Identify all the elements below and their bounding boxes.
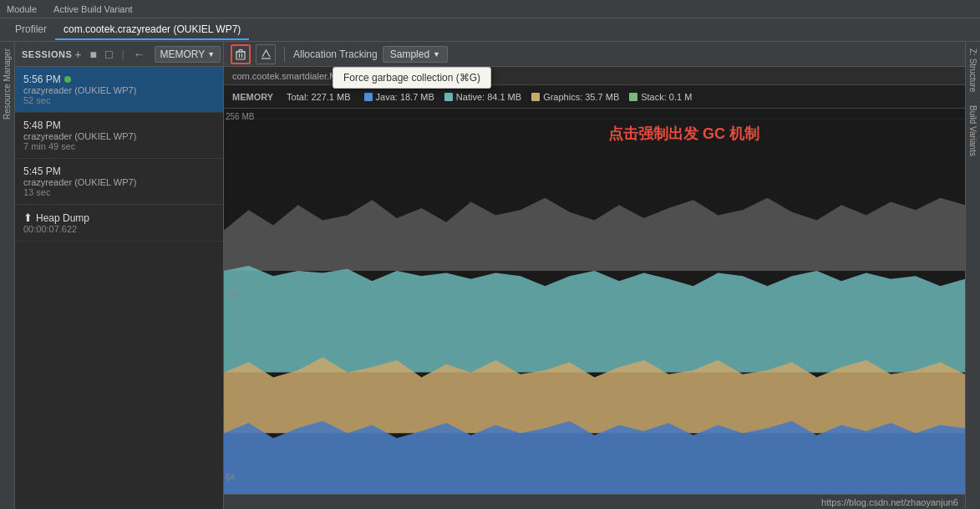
tab-bar: Profiler com.cootek.crazyreader (OUKIEL … — [0, 18, 980, 42]
memory-dropdown-label: MEMORY — [160, 48, 206, 60]
memory-chart-title: MEMORY — [232, 92, 273, 102]
session-duration-0: 52 sec — [23, 95, 215, 105]
allocation-tracking-label: Allocation Tracking — [293, 48, 378, 60]
y-label-256: 256 MB — [226, 112, 254, 121]
left-side-tabs: Resource Manager — [0, 42, 15, 509]
legend-native-dot — [444, 93, 453, 101]
heap-dump-time: 00:00:07.622 — [23, 224, 215, 234]
sessions-header: SESSIONS + ■ □ | ← MEMORY ▼ — [15, 42, 223, 67]
module-label: Module — [7, 4, 37, 14]
session-duration-1: 7 min 49 sec — [23, 141, 215, 151]
session-active-dot — [64, 76, 71, 83]
top-bar: Module Active Build Variant — [0, 0, 980, 18]
legend-stack-dot — [629, 93, 637, 101]
legend-java-dot — [364, 93, 373, 101]
right-side-tabs: Z: Structure Build Variants — [965, 42, 980, 509]
legend-native: Native: 84.1 MB — [444, 92, 521, 102]
annotation-chinese: 点击强制出发 GC 机制 — [608, 124, 759, 144]
memory-total: Total: 227.1 MB — [287, 92, 350, 102]
memory-toolbar: Allocation Tracking Sampled ▼ — [224, 42, 965, 67]
session-name-0: crazyreader (OUKIEL WP7) — [23, 85, 215, 95]
legend-graphics-dot — [531, 93, 540, 101]
heap-dump-label: ⬆ Heap Dump — [23, 211, 215, 224]
session-item-1[interactable]: 5:48 PM crazyreader (OUKIEL WP7) 7 min 4… — [15, 113, 223, 159]
sessions-actions: + ■ □ | ← MEMORY ▼ — [72, 46, 221, 63]
heap-dump-item[interactable]: ⬆ Heap Dump 00:00:07.622 — [15, 205, 223, 242]
session-time-1: 5:48 PM — [23, 120, 215, 131]
heap-dump-icon: ⬆ — [23, 211, 33, 224]
bottom-url: https://blog.csdn.net/zhaoyanjun6 — [821, 497, 958, 507]
main-layout: Resource Manager SESSIONS + ■ □ | ← MEMO… — [0, 42, 980, 509]
legend-java: Java: 18.7 MB — [364, 92, 434, 102]
legend-graphics-label: Graphics: 35.7 MB — [543, 92, 619, 102]
build-variants-tab[interactable]: Build Variants — [967, 99, 979, 163]
tab-profiler[interactable]: Profiler — [7, 20, 55, 40]
y-label-128: 128 — [226, 290, 240, 299]
variant-label: Active Build Variant — [53, 4, 133, 14]
memory-chart-area: 256 MB 128 64 — [224, 109, 965, 494]
bottom-bar: https://blog.csdn.net/zhaoyanjun6 — [224, 494, 965, 509]
memory-header: MEMORY Total: 227.1 MB Java: 18.7 MB Nat… — [224, 85, 965, 109]
back-button[interactable]: ← — [131, 47, 148, 62]
tab-active-session[interactable]: com.cootek.crazyreader (OUKIEL WP7) — [55, 20, 249, 40]
y-label-64: 64 — [226, 473, 235, 482]
memory-chart-svg — [224, 109, 965, 494]
sampled-label: Sampled — [390, 48, 429, 60]
sampled-dropdown[interactable]: Sampled ▼ — [383, 46, 448, 63]
tooltip-text: Force garbage collection (⌘G) — [343, 72, 480, 84]
memory-dropdown[interactable]: MEMORY ▼ — [155, 46, 221, 63]
session-item-0[interactable]: 5:56 PM crazyreader (OUKIEL WP7) 52 sec — [15, 67, 223, 113]
sessions-title: SESSIONS — [22, 49, 72, 59]
memory-legend: Java: 18.7 MB Native: 84.1 MB Graphics: … — [364, 92, 693, 102]
session-duration-2: 13 sec — [23, 187, 215, 197]
legend-java-label: Java: 18.7 MB — [376, 92, 434, 102]
gc-button[interactable] — [231, 44, 251, 64]
session-time-0: 5:56 PM — [23, 74, 215, 85]
svg-rect-0 — [236, 52, 245, 59]
resource-manager-tab[interactable]: Resource Manager — [1, 42, 13, 126]
sampled-arrow: ▼ — [433, 50, 440, 59]
legend-stack-label: Stack: 0.1 M — [641, 92, 692, 102]
legend-graphics: Graphics: 35.7 MB — [531, 92, 619, 102]
content-area: Allocation Tracking Sampled ▼ Force garb… — [224, 42, 965, 509]
stop-session-button[interactable]: ■ — [87, 47, 99, 62]
toolbar-separator — [284, 47, 285, 62]
session-time-2: 5:45 PM — [23, 165, 215, 177]
memory-dropdown-arrow: ▼ — [207, 50, 215, 59]
add-session-button[interactable]: + — [72, 47, 84, 62]
export-button[interactable] — [256, 44, 276, 64]
session-item-2[interactable]: 5:45 PM crazyreader (OUKIEL WP7) 13 sec — [15, 159, 223, 205]
session-name-1: crazyreader (OUKIEL WP7) — [23, 131, 215, 141]
heap-dump-title: Heap Dump — [36, 212, 89, 224]
structure-tab[interactable]: Z: Structure — [967, 42, 979, 99]
record-button[interactable]: □ — [103, 47, 114, 62]
legend-native-label: Native: 84.1 MB — [456, 92, 521, 102]
sessions-panel: SESSIONS + ■ □ | ← MEMORY ▼ 5:56 PM craz… — [15, 42, 224, 509]
session-name-2: crazyreader (OUKIEL WP7) — [23, 177, 215, 187]
legend-stack: Stack: 0.1 M — [629, 92, 692, 102]
tooltip-gc: Force garbage collection (⌘G) — [333, 67, 491, 89]
